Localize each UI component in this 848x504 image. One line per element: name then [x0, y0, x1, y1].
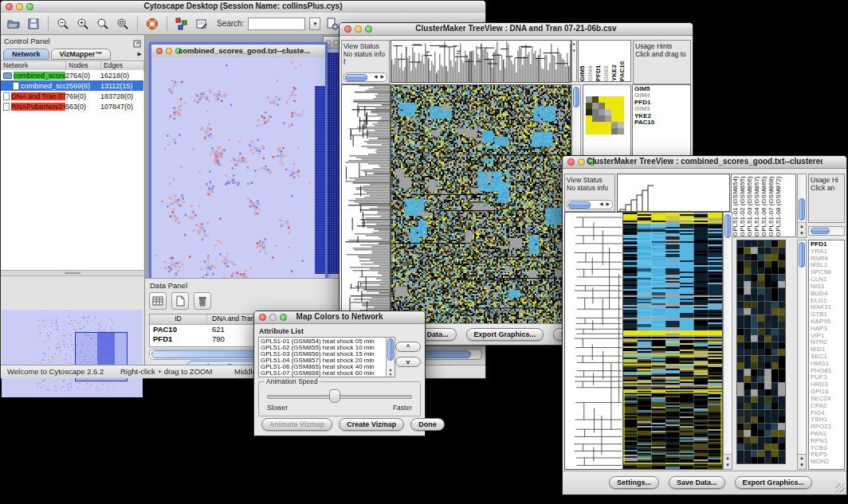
zoom-heatmap-canvas[interactable]	[736, 240, 786, 464]
array-dendrogram-canvas[interactable]	[391, 40, 571, 83]
array-label[interactable]: GIM3	[603, 41, 610, 81]
gene-dendrogram-canvas[interactable]	[341, 84, 391, 324]
animate-vizmap-button[interactable]: Animate Vizmap	[261, 418, 332, 431]
save-session-button[interactable]	[26, 16, 41, 32]
move-up-button[interactable]: ^	[395, 342, 421, 352]
gene-label[interactable]: PAC10	[633, 119, 690, 126]
view-status-scrollbar[interactable]: ◀ ▶	[344, 72, 387, 82]
data-panel-toolbar	[149, 292, 211, 310]
search-dropdown-button[interactable]: ▼	[309, 18, 320, 30]
array-label[interactable]: GPL51-06 (GSM865)	[760, 174, 768, 236]
search-input[interactable]	[248, 18, 305, 30]
array-label[interactable]: YKE2	[610, 41, 618, 81]
dendro-scroll-strip[interactable]: ▸▸	[571, 40, 577, 82]
treeview-action-button[interactable]: Save Data...	[669, 476, 725, 489]
minimize-button[interactable]	[355, 25, 362, 33]
network-row[interactable]: combined_scores 2764(0) 16218(0)	[1, 70, 143, 80]
labels-vscrollbar[interactable]: ▲▼	[797, 174, 807, 238]
close-button[interactable]	[259, 314, 266, 321]
annotation-button[interactable]	[194, 16, 210, 32]
network-row[interactable]: DNA and Tran 07 769(0) 183728(0)	[1, 91, 143, 101]
array-label[interactable]: GPL51-04 (GSM857)	[753, 174, 760, 236]
array-label[interactable]: PFD1	[595, 41, 603, 81]
zoom-in-button[interactable]	[75, 16, 91, 32]
treeview-action-button[interactable]: Export Graphics...	[735, 476, 813, 489]
attribute-list-scrollbar[interactable]: ▲▼	[386, 338, 395, 377]
array-label[interactable]: GPL51-07 (GSM868)	[768, 174, 775, 236]
array-label[interactable]: GIM5	[579, 41, 587, 81]
tab-vizmapper[interactable]: VizMapper™	[51, 49, 112, 60]
network-graph-canvas[interactable]	[151, 57, 325, 291]
treeview-action-button[interactable]: Export Graphics...	[466, 328, 544, 341]
minimize-button[interactable]	[269, 314, 277, 321]
gene-value: 621	[207, 325, 225, 334]
move-down-button[interactable]: v	[395, 357, 421, 367]
float-panel-icon[interactable]	[133, 37, 141, 51]
attribute-list-item[interactable]: GPL51-07 (GSM868) heat shock 60 min	[261, 370, 385, 377]
tab-network[interactable]: Network	[3, 49, 49, 60]
treeview2-button-bar: Settings...Save Data...Export Graphics..…	[563, 471, 846, 494]
array-dendrogram-canvas[interactable]	[617, 174, 730, 212]
zoom-vscrollbar[interactable]: ▲▼	[797, 240, 807, 470]
close-button[interactable]	[6, 3, 13, 10]
birdseye-view[interactable]	[2, 310, 143, 397]
attribute-list: GPL51-01 (GSM854) heat shock 05 minGPL51…	[258, 337, 395, 377]
array-label[interactable]: PAC10	[618, 41, 626, 81]
done-button[interactable]: Done	[410, 418, 445, 431]
array-label[interactable]: GPL51-03 (GSM856)	[746, 174, 753, 236]
minimize-button[interactable]	[166, 48, 172, 54]
treeview2-buttons: Settings...Save Data...Export Graphics..…	[609, 476, 812, 489]
speed-slider-thumb[interactable]	[329, 389, 340, 403]
global-vscrollbar[interactable]: ▲▼	[723, 212, 732, 470]
map-colors-dialog: Map Colors to Network Attribute List GPL…	[253, 311, 426, 436]
array-label[interactable]: GPL51-02 (GSM855)	[739, 174, 746, 236]
treeview2-titlebar[interactable]: ClusterMaker TreeView : combined_scores_…	[563, 156, 846, 169]
toolbar-separator	[167, 17, 167, 31]
create-vizmap-button[interactable]: Create Vizmap	[339, 418, 404, 431]
new-attribute-button[interactable]	[171, 292, 189, 310]
global-heatmap-canvas[interactable]	[622, 212, 723, 470]
gene-value: 790	[207, 334, 225, 344]
treeview1-titlebar[interactable]: ClusterMaker TreeView : DNA and Tran 07-…	[340, 23, 693, 36]
dialog-titlebar[interactable]: Map Colors to Network	[254, 311, 425, 324]
gene-dendrogram-canvas[interactable]	[564, 212, 623, 470]
zoom-fit-icon	[116, 17, 130, 31]
minimize-button[interactable]	[578, 158, 585, 166]
dense-cluster-block[interactable]	[315, 86, 325, 274]
tab-overflow-arrow[interactable]: ▶	[138, 51, 142, 57]
close-button[interactable]	[567, 158, 575, 166]
help-button[interactable]	[144, 16, 160, 32]
network-row[interactable]: RNAPuberNov2+ 563(0) 107847(0)	[1, 101, 143, 111]
network-row[interactable]: combined_sco 2569(6) 13112(15)	[1, 80, 143, 91]
delete-attribute-button[interactable]	[194, 292, 211, 310]
close-button[interactable]	[156, 48, 163, 54]
array-label[interactable]: GPL51-01 (GSM854)	[732, 174, 739, 236]
toolbar-separator	[48, 17, 49, 31]
network-window-titlebar[interactable]: combined_scores_good.txt--cluste...	[151, 45, 325, 58]
global-heatmap-canvas[interactable]	[391, 84, 571, 324]
zoom-column-labels: GIM5GIM4PFD1GIM3YKE2PAC10	[578, 40, 631, 82]
zoom-selected-button[interactable]	[95, 16, 111, 32]
zoom-fit-button[interactable]	[115, 16, 131, 32]
zoom-out-button[interactable]	[55, 16, 71, 32]
view-status-title: View Status	[567, 176, 613, 184]
attribute-list-label: Attribute List	[259, 327, 304, 335]
usage-hscrollbar[interactable]	[808, 226, 845, 236]
gene-label[interactable]: MON2	[809, 459, 844, 466]
main-titlebar[interactable]: Cytoscape Desktop (Session Name: collins…	[1, 1, 485, 14]
panel-splitter[interactable]	[1, 270, 144, 276]
vizmapper-button[interactable]	[174, 16, 190, 32]
open-session-button[interactable]	[6, 16, 22, 32]
control-panel-title: Control Panel	[1, 35, 144, 48]
resize-grip[interactable]	[835, 483, 845, 493]
zoom-matrix-canvas[interactable]	[586, 96, 624, 135]
array-label[interactable]: GIM4	[587, 41, 595, 81]
usage-hints-panel: Usage Hints Click and drag to	[633, 40, 691, 84]
close-button[interactable]	[344, 25, 351, 33]
treeview-action-button[interactable]: Settings...	[609, 476, 659, 489]
column-id[interactable]: ID	[150, 315, 207, 324]
select-attributes-button[interactable]	[149, 292, 167, 310]
view-status-scrollbar[interactable]: ◀ ▶	[567, 200, 613, 209]
array-label[interactable]: GPL51-08 (GSM872)	[775, 174, 782, 236]
minimize-button[interactable]	[16, 3, 23, 10]
